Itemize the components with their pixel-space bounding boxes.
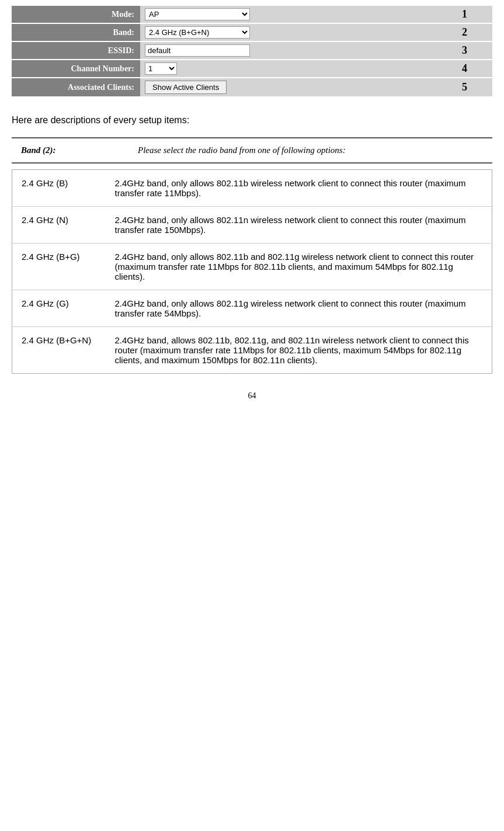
form-select-1[interactable]: 2.4 GHz (B+G+N) [145,26,250,39]
form-input-2[interactable] [145,44,250,57]
form-control-0: AP [140,6,457,23]
band-option-name-2: 2.4 GHz (B+G) [12,244,106,290]
band-option-desc-2: 2.4GHz band, only allows 802.11b and 802… [106,244,492,290]
form-label-4: Associated Clients: [12,78,140,97]
form-control-3: 1 [140,60,457,78]
form-number-4: 5 [457,78,492,97]
form-select-0[interactable]: AP [145,8,250,20]
form-label-0: Mode: [12,6,140,23]
band-term: Band (2): [12,138,128,163]
settings-form: Mode:AP1Band:2.4 GHz (B+G+N)2ESSID:3Chan… [12,6,492,98]
band-option-name-0: 2.4 GHz (B) [12,170,106,207]
band-option-desc-3: 2.4GHz band, only allows 802.11g wireles… [106,290,492,327]
form-control-2 [140,41,457,60]
form-number-2: 3 [457,41,492,60]
band-option-name-1: 2.4 GHz (N) [12,207,106,244]
form-control-1: 2.4 GHz (B+G+N) [140,23,457,41]
form-control-4: Show Active Clients [140,78,457,97]
page-number: 64 [12,391,492,401]
description-heading: Here are descriptions of every setup ite… [12,115,492,126]
band-option-desc-0: 2.4GHz band, only allows 802.11b wireles… [106,170,492,207]
form-label-2: ESSID: [12,41,140,60]
band-options-table: 2.4 GHz (B)2.4GHz band, only allows 802.… [12,169,492,374]
band-option-name-4: 2.4 GHz (B+G+N) [12,327,106,374]
form-number-0: 1 [457,6,492,23]
form-number-1: 2 [457,23,492,41]
band-definition: Please select the radio band from one of… [128,138,492,163]
band-option-name-3: 2.4 GHz (G) [12,290,106,327]
form-label-1: Band: [12,23,140,41]
band-option-desc-1: 2.4GHz band, only allows 802.11n wireles… [106,207,492,244]
band-option-desc-4: 2.4GHz band, allows 802.11b, 802.11g, an… [106,327,492,374]
form-label-3: Channel Number: [12,60,140,78]
form-select-small-3[interactable]: 1 [145,62,177,75]
band-description-table: Band (2): Please select the radio band f… [12,138,492,164]
form-number-3: 4 [457,60,492,78]
show-active-clients-button[interactable]: Show Active Clients [145,81,227,94]
